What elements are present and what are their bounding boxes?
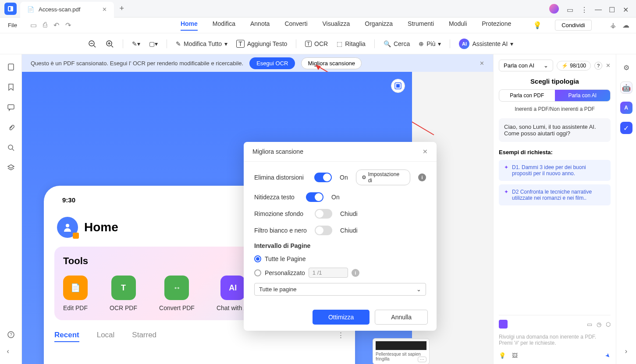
menu-tab-visualizza[interactable]: Visualizza bbox=[323, 20, 350, 31]
close-tab-icon[interactable]: ✕ bbox=[102, 6, 107, 13]
attachment-icon[interactable] bbox=[7, 124, 15, 131]
history-icon[interactable]: ◷ bbox=[597, 321, 601, 328]
minimize-icon[interactable]: — bbox=[595, 6, 601, 12]
lightbulb-icon[interactable]: 💡 bbox=[533, 21, 542, 29]
bulb-icon[interactable]: 💡 bbox=[499, 352, 506, 359]
bot-icon[interactable]: 🤖 bbox=[620, 81, 632, 94]
enhance-scan-dialog: Migliora scansione ✕ Elimina distorsioni… bbox=[244, 142, 437, 331]
redo-icon[interactable]: ↷ bbox=[65, 21, 71, 29]
pages-select[interactable]: Tutte le pagine⌄ bbox=[254, 283, 426, 296]
recent-tab-recent: Recent bbox=[54, 331, 79, 342]
help-icon[interactable]: ? bbox=[7, 331, 15, 339]
menu-tab-strumenti[interactable]: Strumenti bbox=[408, 20, 434, 31]
dialog-close-icon[interactable]: ✕ bbox=[423, 148, 428, 155]
sliders-icon[interactable]: ⚙ bbox=[620, 61, 632, 74]
notifications-icon[interactable]: ▭ bbox=[567, 6, 573, 12]
sharpen-toggle[interactable] bbox=[306, 192, 323, 202]
bw-toggle[interactable] bbox=[315, 226, 332, 235]
close-window-icon[interactable]: ✕ bbox=[623, 6, 629, 12]
example-prompt-2[interactable]: ✦D2 Confronta le tecniche narrative util… bbox=[499, 184, 611, 205]
ai-close-icon[interactable]: ✕ bbox=[606, 62, 611, 69]
highlight-button[interactable]: ✎▾ bbox=[132, 40, 140, 47]
svg-rect-9 bbox=[8, 64, 14, 70]
search-sidebar-icon[interactable] bbox=[7, 144, 15, 152]
file-menu[interactable]: File bbox=[8, 22, 17, 28]
more-icon[interactable]: ⋮ bbox=[581, 6, 587, 12]
all-pages-radio[interactable] bbox=[254, 255, 261, 262]
save-icon[interactable]: ▭ bbox=[30, 21, 37, 29]
app-logo bbox=[4, 3, 17, 15]
close-banner-icon[interactable]: ✕ bbox=[480, 60, 484, 67]
ai-tab-ai[interactable]: Parla con AI bbox=[555, 90, 611, 101]
a-tool-icon[interactable]: A bbox=[620, 102, 632, 114]
send-icon[interactable]: ➤ bbox=[604, 351, 612, 359]
add-text-button[interactable]: T Aggiungi Testo bbox=[236, 40, 287, 48]
cancel-button[interactable]: Annulla bbox=[375, 310, 428, 325]
background-state: Chiudi bbox=[340, 210, 358, 217]
zoom-out-button[interactable] bbox=[88, 39, 96, 48]
maximize-icon[interactable]: ☐ bbox=[609, 6, 615, 12]
check-tool-icon[interactable]: ✓ bbox=[620, 122, 632, 134]
page-range-input[interactable] bbox=[309, 268, 348, 278]
menu-tab-organizza[interactable]: Organizza bbox=[365, 20, 393, 31]
dewarp-toggle[interactable] bbox=[314, 173, 332, 182]
example-prompt-1[interactable]: ✦D1. Dammi 3 idee per dei buoni proposit… bbox=[499, 160, 611, 181]
thumb-more-icon[interactable]: ⋯ bbox=[418, 357, 426, 362]
menu-tab-annota[interactable]: Annota bbox=[250, 20, 270, 31]
background-toggle[interactable] bbox=[315, 209, 332, 219]
share-button[interactable]: Condividi bbox=[555, 20, 591, 31]
quota-badge[interactable]: ⚡98/100 bbox=[557, 61, 591, 71]
expand-icon[interactable]: ▭ bbox=[587, 321, 592, 328]
ai-tab-pdf[interactable]: Parla con PDF bbox=[499, 90, 555, 101]
svg-line-12 bbox=[12, 149, 14, 151]
svg-text:?: ? bbox=[10, 332, 12, 337]
image-icon[interactable]: 🖼 bbox=[512, 352, 518, 359]
enhance-scan-button[interactable]: Migliora scansione bbox=[301, 57, 362, 69]
ai-subtitle: Inerenti a PDF/Non inerenti a PDF bbox=[499, 106, 611, 112]
menu-tab-modifica[interactable]: Modifica bbox=[213, 20, 235, 31]
ai-input[interactable]: Rivolgi una domanda non inerente a PDF. … bbox=[499, 331, 611, 349]
menu-tab-converti[interactable]: Converti bbox=[284, 20, 307, 31]
run-ocr-button[interactable]: Esegui OCR bbox=[249, 57, 295, 69]
zoom-in-button[interactable] bbox=[105, 39, 114, 48]
menu-tab-moduli[interactable]: Moduli bbox=[449, 20, 467, 31]
chevron-down-icon: ⌄ bbox=[544, 62, 548, 69]
share-icon[interactable]: ⚶ bbox=[610, 21, 616, 29]
more-button[interactable]: ⊕ Più▾ bbox=[419, 40, 441, 47]
ai-chip-icon[interactable] bbox=[499, 320, 508, 329]
add-tab-button[interactable]: + bbox=[119, 4, 124, 13]
undo-icon[interactable]: ↶ bbox=[53, 21, 59, 29]
ai-assistant-button[interactable]: AI Assistente AI▾ bbox=[459, 39, 513, 49]
thumbnail-icon[interactable] bbox=[7, 63, 15, 71]
document-tab[interactable]: 📄 Access-scan.pdf ✕ bbox=[20, 2, 114, 18]
ocr-float-icon[interactable] bbox=[391, 79, 405, 93]
edit-all-button[interactable]: ✎ Modifica Tutto▾ bbox=[176, 40, 227, 47]
tool-ocr-pdf: TOCR PDF bbox=[110, 276, 137, 311]
phone-avatar-icon bbox=[57, 217, 78, 238]
optimize-button[interactable]: Ottimizza bbox=[313, 310, 370, 325]
shape-button[interactable]: ▢▾ bbox=[149, 40, 158, 47]
custom-radio[interactable] bbox=[254, 269, 261, 276]
info-icon[interactable]: i bbox=[418, 173, 426, 181]
print-icon[interactable]: ⎙ bbox=[43, 21, 47, 29]
collapse-right-icon[interactable]: › bbox=[625, 347, 627, 355]
svg-line-8 bbox=[111, 46, 113, 47]
comment-icon[interactable] bbox=[7, 103, 15, 111]
search-button[interactable]: 🔍 Cerca bbox=[384, 40, 410, 47]
info-icon-2[interactable]: i bbox=[352, 269, 359, 277]
tools-label: Tools bbox=[63, 255, 88, 267]
user-avatar[interactable] bbox=[549, 4, 559, 14]
ai-mode-select[interactable]: Parla con AI⌄ bbox=[499, 60, 553, 71]
menu-tab-home[interactable]: Home bbox=[181, 20, 198, 31]
crop-button[interactable]: ⬚ Ritaglia bbox=[337, 40, 366, 47]
collapse-left-icon[interactable]: ‹ bbox=[7, 347, 15, 355]
settings-icon[interactable]: ⬡ bbox=[606, 321, 611, 328]
menu-tab-protezione[interactable]: Protezione bbox=[482, 20, 511, 31]
bookmark-icon[interactable] bbox=[7, 83, 15, 91]
cloud-icon[interactable]: ☁ bbox=[622, 21, 629, 29]
settings-pill[interactable]: ⚙ Impostazione di bbox=[356, 170, 410, 185]
ocr-button[interactable]: T OCR bbox=[305, 40, 328, 47]
examples-label: Esempi di richiesta: bbox=[499, 149, 611, 155]
layers-icon[interactable] bbox=[7, 164, 15, 172]
ai-help-icon[interactable]: ? bbox=[594, 62, 602, 70]
